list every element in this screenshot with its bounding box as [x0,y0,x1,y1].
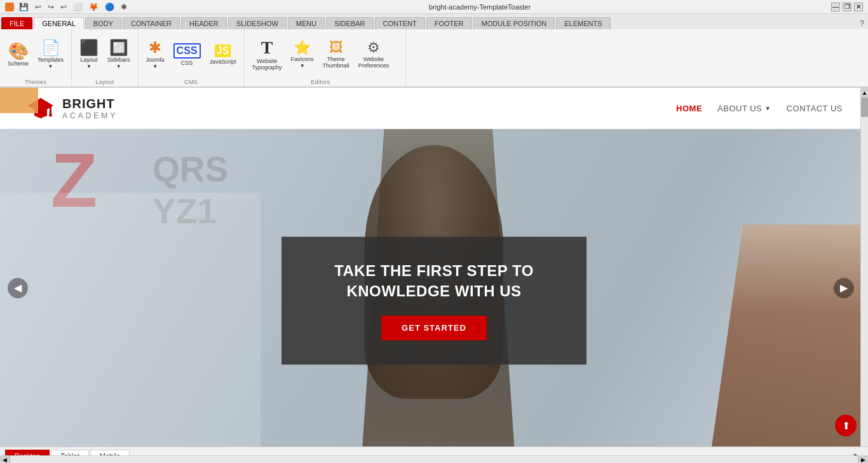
templates-icon: 📄 [41,40,60,55]
header-badge [0,88,38,113]
scroll-up-button[interactable]: ⬆ [835,415,857,436]
cms-items: ✱ Joomla▼ CSS CSS JS JavaScript [142,32,240,78]
ribbon-tab-general[interactable]: GENERAL [34,17,84,29]
hero-left-notes [0,193,261,446]
css-button[interactable]: CSS CSS [170,41,205,69]
editors-group-label: Editors [248,78,393,85]
thumbnail-label: ThemeThumbnail [323,57,349,69]
preferences-label: WebsitePreferences [358,57,390,69]
back-icon[interactable]: ↩ [59,2,68,12]
scroll-up-icon: ⬆ [842,420,850,432]
slide-next-button[interactable]: ▶ [834,278,854,298]
scheme-label: Scheme [8,61,29,67]
next-arrow-icon: ▶ [840,282,848,294]
joomla-icon[interactable]: ✱ [119,2,128,12]
nav-home[interactable]: HOME [676,104,702,113]
themes-group-label: Themes [4,78,67,85]
scheme-button[interactable]: 🎨 Scheme [4,40,32,70]
ribbon-tab-moduleposition[interactable]: MODULE POSITION [473,17,555,29]
hero-overlay: TAKE THE FIRST STEP TO KNOWLEDGE WITH US… [281,237,587,365]
minimize-button[interactable]: — [831,3,840,11]
templates-button[interactable]: 📄 Templates▼ [34,38,67,73]
scrollbar-thumb[interactable] [861,98,868,117]
hero-title-line1: TAKE THE FIRST STEP TO [334,262,534,279]
preferences-button[interactable]: ⚙ WebsitePreferences [355,38,393,72]
help-button[interactable]: ? [856,17,868,29]
templates-label: Templates▼ [37,57,64,70]
themes-items: 🎨 Scheme 📄 Templates▼ [4,32,67,78]
sidebars-icon: 🔲 [109,40,128,55]
favicons-label: Favicons▼ [291,57,314,69]
nav-contact-label: CONTACT US [787,104,843,113]
restore-button[interactable]: ❐ [843,3,851,11]
svg-point-3 [49,114,52,117]
preferences-icon: ⚙ [367,41,380,55]
window-controls[interactable]: — ❐ ✕ [831,3,863,11]
logo-tagline: ACADEMY [62,111,118,120]
logo-brand: BRIGHT [62,97,118,111]
nav-contact[interactable]: CONTACT US [787,104,843,113]
close-button[interactable]: ✕ [854,3,863,11]
layout-button[interactable]: ⬛ Layout▼ [76,38,102,73]
thumbnail-icon: 🖼 [329,41,343,55]
scroll-left-arrow[interactable]: ◀ [0,456,10,463]
chrome-icon[interactable]: 🔵 [104,2,116,12]
joomla-button[interactable]: ✱ Joomla▼ [142,38,168,73]
about-dropdown-icon: ▼ [764,105,771,112]
ribbon-group-themes: 🎨 Scheme 📄 Templates▼ Themes [0,29,72,86]
ribbon-tab-elements[interactable]: ELEMENTS [556,17,610,29]
scroll-right-arrow[interactable]: ▶ [858,456,868,463]
css-label: CSS [181,60,193,67]
nav-about[interactable]: ABOUT US ▼ [717,104,771,113]
site-menu: HOME ABOUT US ▼ CONTACT US [676,104,843,113]
ribbon-tab-menu[interactable]: MENU [288,17,325,29]
redo-icon[interactable]: ↪ [46,2,55,12]
undo-icon[interactable]: ↩ [34,2,43,12]
ribbon: FILE GENERAL BODY CONTAINER HEADER SLIDE… [0,14,868,88]
site-logo: BRIGHT ACADEMY [25,93,118,123]
ribbon-tab-container[interactable]: CONTAINER [123,17,180,29]
layout-label: Layout▼ [81,57,98,70]
app-icon [5,3,14,11]
title-bar: 💾 ↩ ↪ ↩ ⬜ 🦊 🔵 ✱ bright-academy-TemplateT… [0,0,868,14]
sidebars-button[interactable]: 🔲 Sidebars▼ [104,38,134,73]
thumbnail-button[interactable]: 🖼 ThemeThumbnail [319,38,353,72]
typography-icon: T [261,39,273,57]
ribbon-tab-body[interactable]: BODY [85,17,121,29]
nav-about-label: ABOUT US [717,104,762,113]
ribbon-tab-file[interactable]: FILE [1,17,32,29]
typography-button[interactable]: T WebsiteTypography [248,36,286,74]
ribbon-group-editors: T WebsiteTypography ⭐ Favicons▼ 🖼 ThemeT… [245,29,407,86]
browser-icon-1[interactable]: ⬜ [72,2,84,12]
ribbon-content: 🎨 Scheme 📄 Templates▼ Themes ⬛ Layout▼ 🔲 [0,29,868,86]
favicons-button[interactable]: ⭐ Favicons▼ [287,38,318,72]
joomla-label: Joomla▼ [146,57,165,70]
js-icon: JS [215,45,231,57]
javascript-label: JavaScript [210,59,236,66]
sidebars-label: Sidebars▼ [107,57,130,70]
save-icon[interactable]: 💾 [18,2,30,12]
css-icon: CSS [173,43,201,59]
ribbon-tab-footer[interactable]: FOOTER [426,17,472,29]
scrollbar-up-arrow[interactable]: ▲ [861,88,868,98]
favicons-icon: ⭐ [294,41,311,55]
ribbon-tab-slideshow[interactable]: SLIDESHOW [228,17,287,29]
slide-prev-button[interactable]: ◀ [8,278,28,298]
ribbon-tab-header[interactable]: HEADER [181,17,227,29]
editors-items: T WebsiteTypography ⭐ Favicons▼ 🖼 ThemeT… [248,32,393,78]
hero-section: Z QRSYZ1 TAKE THE FIRST STEP TO KNOWLEDG… [0,129,868,446]
window-title: bright-academy-TemplateToaster [128,3,831,11]
quick-access-toolbar[interactable]: 💾 ↩ ↪ ↩ ⬜ 🦊 🔵 ✱ [5,2,128,12]
ribbon-tab-content[interactable]: CONTENT [375,17,425,29]
horizontal-scrollbar[interactable]: ◀ ▶ [0,455,868,463]
layout-group-label: Layout [76,78,134,85]
javascript-button[interactable]: JS JavaScript [206,42,240,68]
layout-items: ⬛ Layout▼ 🔲 Sidebars▼ [76,32,134,78]
joomla-icon: ✱ [149,40,161,55]
hero-title-line2: KNOWLEDGE WITH US [346,282,521,300]
svg-rect-2 [50,106,51,114]
hero-cta-button[interactable]: GET STARTED [381,316,487,341]
scrollbar[interactable]: ▲ [860,88,868,446]
ribbon-tab-sidebar[interactable]: SIDEBAR [326,17,373,29]
firefox-icon[interactable]: 🦊 [88,2,100,12]
